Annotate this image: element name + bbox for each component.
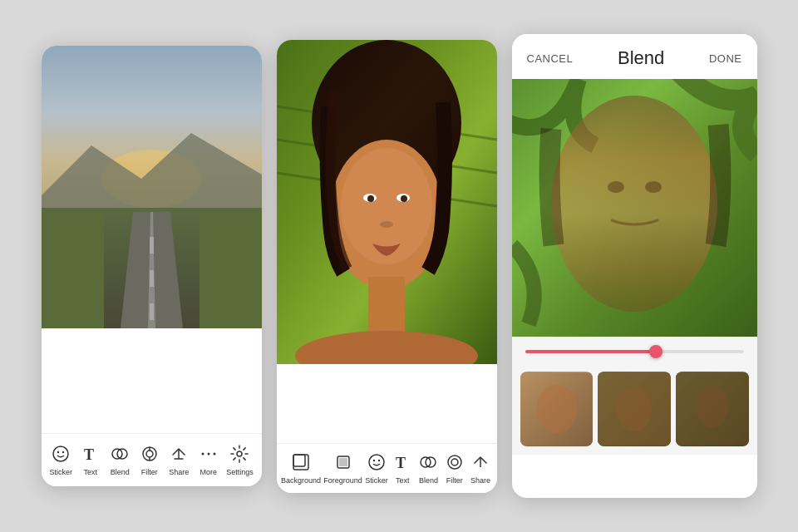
tool-share-p1[interactable]: Share: [167, 442, 190, 476]
more-icon-p1: [197, 442, 220, 466]
sticker-label-p1: Sticker: [49, 468, 72, 476]
svg-point-64: [696, 386, 728, 428]
foreground-label-p2: Foreground: [323, 476, 362, 485]
svg-point-13: [62, 451, 64, 453]
share-label-p1: Share: [169, 468, 189, 476]
svg-rect-62: [676, 372, 749, 446]
svg-rect-4: [42, 212, 104, 328]
svg-point-51: [451, 459, 458, 466]
background-label-p2: Background: [281, 476, 321, 485]
tool-more-p1[interactable]: More: [197, 442, 220, 476]
svg-point-24: [213, 453, 215, 456]
tool-text-p1[interactable]: T Text: [79, 442, 102, 476]
share-icon-p2: [469, 451, 492, 474]
text-icon-p1: T: [79, 442, 102, 466]
tool-settings-p1[interactable]: Settings: [226, 442, 254, 476]
svg-rect-40: [293, 455, 308, 470]
svg-point-45: [373, 459, 375, 461]
svg-rect-59: [598, 372, 671, 446]
svg-point-46: [378, 459, 380, 461]
svg-point-54: [551, 96, 717, 312]
tool-text-p2[interactable]: T Text: [391, 451, 414, 485]
settings-label-p1: Settings: [226, 468, 254, 476]
filter-icon-p1: [138, 442, 161, 466]
cancel-button[interactable]: CANCEL: [527, 52, 574, 65]
svg-point-37: [367, 195, 374, 202]
svg-point-22: [201, 453, 204, 456]
svg-text:T: T: [84, 446, 94, 463]
phone1-photo-area: [42, 46, 262, 328]
phone2-toolbar: Background Foreground Sticker T Text: [277, 443, 497, 493]
tool-filter-p2[interactable]: Filter: [443, 451, 466, 485]
phones-container: Sticker T Text Blend Filter: [42, 34, 757, 498]
road-image: [42, 46, 262, 328]
background-icon-p2: [289, 451, 313, 474]
phone2-white-area: [277, 364, 497, 443]
svg-point-18: [146, 451, 153, 457]
svg-rect-8: [150, 237, 154, 254]
blend-thumb-2[interactable]: [598, 372, 671, 446]
portrait-image: [277, 40, 497, 364]
tool-blend-p2[interactable]: Blend: [416, 451, 440, 485]
svg-rect-10: [150, 303, 154, 320]
share-icon-p1: [167, 442, 190, 466]
blend-icon-p2: [416, 451, 440, 474]
blend-label-p1: Blend: [111, 468, 130, 476]
tool-blend-p1[interactable]: Blend: [108, 442, 131, 476]
svg-point-11: [53, 446, 68, 461]
text-label-p1: Text: [83, 468, 97, 476]
text-label-p2: Text: [396, 476, 410, 485]
tool-sticker-p1[interactable]: Sticker: [49, 442, 72, 476]
blend-label-p2: Blend: [419, 476, 438, 485]
svg-rect-60: [598, 372, 671, 446]
svg-rect-5: [200, 212, 262, 328]
phone1-white-area: [42, 328, 262, 433]
filter-label-p1: Filter: [141, 468, 158, 476]
phone2-photo-area: [277, 40, 497, 364]
more-label-p1: More: [200, 468, 217, 476]
sticker-label-p2: Sticker: [365, 476, 388, 485]
svg-rect-63: [676, 372, 749, 446]
blend-thumb-1[interactable]: [520, 372, 594, 446]
filter-icon-p2: [443, 451, 466, 474]
svg-rect-43: [339, 458, 347, 466]
blend-header: CANCEL Blend DONE: [512, 34, 757, 79]
phone2: Background Foreground Sticker T Text: [277, 40, 497, 493]
blend-title: Blend: [618, 47, 664, 69]
phone1: Sticker T Text Blend Filter: [42, 46, 262, 486]
svg-point-38: [401, 195, 407, 202]
share-label-p2: Share: [470, 476, 490, 485]
svg-point-61: [617, 387, 653, 432]
blend-slider-area: [512, 337, 757, 365]
svg-point-12: [57, 451, 59, 453]
foreground-icon-p2: [332, 451, 355, 474]
svg-point-55: [608, 181, 624, 193]
svg-rect-41: [293, 455, 305, 466]
svg-point-50: [448, 456, 461, 469]
blend-slider-track[interactable]: [525, 350, 744, 353]
svg-point-44: [369, 455, 384, 470]
done-button[interactable]: DONE: [709, 52, 742, 65]
blend-slider-fill: [525, 350, 657, 353]
tool-filter-p1[interactable]: Filter: [138, 442, 161, 476]
blend-image: [512, 79, 757, 337]
tool-background-p2[interactable]: Background: [281, 451, 321, 485]
phone1-toolbar: Sticker T Text Blend Filter: [42, 433, 262, 486]
sticker-icon-p2: [365, 451, 388, 474]
svg-point-56: [645, 181, 662, 193]
sticker-icon: [49, 442, 72, 466]
svg-rect-9: [150, 270, 154, 287]
text-icon-p2: T: [391, 451, 414, 474]
blend-thumbnails: [512, 365, 757, 455]
tool-foreground-p2[interactable]: Foreground: [323, 451, 362, 485]
blend-photo-area: [512, 79, 757, 337]
tool-share-p2[interactable]: Share: [469, 451, 492, 485]
svg-point-58: [536, 385, 577, 433]
phone3: CANCEL Blend DONE: [512, 34, 757, 498]
blend-slider-thumb[interactable]: [649, 345, 663, 358]
svg-text:T: T: [396, 455, 406, 471]
tool-sticker-p2[interactable]: Sticker: [365, 451, 388, 485]
blend-icon-p1: [108, 442, 131, 466]
blend-thumb-3[interactable]: [676, 372, 749, 446]
svg-point-39: [380, 221, 393, 228]
